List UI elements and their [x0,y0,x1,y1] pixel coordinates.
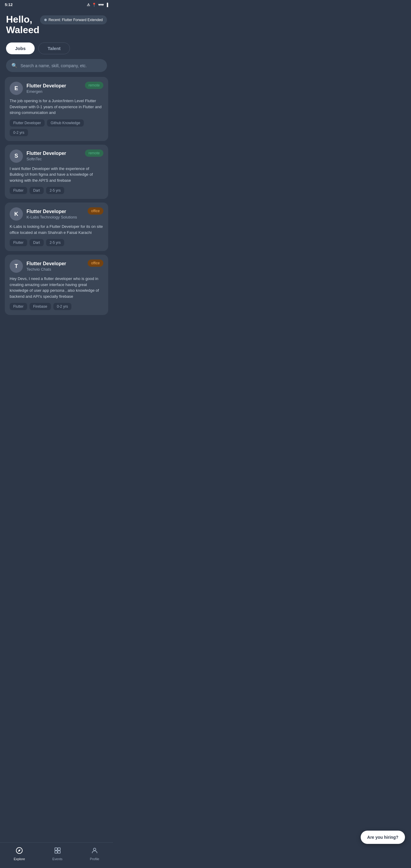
location-badge-3: office [88,207,103,215]
job-card-3-header: K Flutter Developer K-Labs Technology So… [10,207,103,221]
tag-4-0: Flutter [10,303,27,310]
job-list: E Flutter Developer Emergen remote The j… [0,77,113,349]
job-description-4: Hey Devs, I need a flutter developer who… [10,276,103,299]
recent-badge[interactable]: Recent: Flutter Forward Extended [40,16,107,24]
company-avatar-3: K [10,207,23,221]
tag-2-1: Dart [30,187,44,194]
job-card-2-header: S Flutter Developer SoftnTec remote [10,150,103,163]
tag-4-1: Firebase [30,303,51,310]
location-icon: 📍 [92,3,96,7]
status-icons: ⚠ 📍 ▾▾▾ ▐ [87,3,108,7]
company-name-4: Techvio Chats [27,267,66,272]
job-card-3[interactable]: K Flutter Developer K-Labs Technology So… [5,203,108,251]
tag-3-0: Flutter [10,239,27,246]
tag-3-1: Dart [30,239,44,246]
company-avatar-2: S [10,150,23,163]
job-card-4-header: T Flutter Developer Techvio Chats office [10,259,103,273]
job-title-3: Flutter Developer [27,209,77,214]
job-description-1: The job opening is for a Junior/Intern L… [10,98,103,116]
job-card-4[interactable]: T Flutter Developer Techvio Chats office… [5,255,108,315]
location-badge-4: office [88,259,103,267]
company-name-2: SoftnTec [27,157,66,161]
tab-talent[interactable]: Talent [38,42,70,54]
tags-row-4: Flutter Firebase 0-2 yrs [10,303,103,310]
tag-1-1: Github Knowledge [47,119,84,127]
status-time: 5:12 [5,2,13,7]
job-title-1: Flutter Developer [27,83,66,89]
tag-4-2: 0-2 yrs [53,303,72,310]
company-name-1: Emergen [27,89,66,94]
recent-badge-dot [44,19,47,21]
battery-icon: ▐ [105,3,108,7]
job-title-4: Flutter Developer [27,261,66,267]
tag-1-0: Flutter Developer [10,119,44,127]
tags-row-2: Flutter Dart 2-5 yrs [10,187,103,194]
job-card-1-header: E Flutter Developer Emergen remote [10,82,103,95]
job-title-2: Flutter Developer [27,151,66,156]
tab-jobs[interactable]: Jobs [6,42,35,54]
tabs-container: Jobs Talent [0,39,113,58]
search-input[interactable] [21,63,101,68]
wifi-icon: ▾▾▾ [98,3,104,7]
company-name-3: K-Labs Technology Solutions [27,215,77,219]
recent-badge-label: Recent: Flutter Forward Extended [49,18,103,22]
status-bar: 5:12 ⚠ 📍 ▾▾▾ ▐ [0,0,113,9]
location-badge-1: remote [85,82,103,89]
job-description-3: K-Labs is looking for a Flutter Develope… [10,224,103,236]
tag-1-2: 0-2 yrs [10,129,28,136]
greeting: Hello, Waleed [6,14,39,35]
search-icon: 🔍 [11,63,18,68]
company-avatar-1: E [10,82,23,95]
warning-icon: ⚠ [87,3,90,7]
job-card-2[interactable]: S Flutter Developer SoftnTec remote I wa… [5,145,108,199]
tags-row-3: Flutter Dart 2-5 yrs [10,239,103,246]
tag-3-2: 2-5 yrs [46,239,64,246]
location-badge-2: remote [85,150,103,157]
job-card-1[interactable]: E Flutter Developer Emergen remote The j… [5,77,108,141]
company-avatar-4: T [10,259,23,273]
tag-2-2: 2-5 yrs [46,187,64,194]
header: Hello, Waleed Recent: Flutter Forward Ex… [0,9,113,39]
job-description-2: I want flutter Developer with the experi… [10,166,103,184]
tags-row-1: Flutter Developer Github Knowledge 0-2 y… [10,119,103,136]
search-bar[interactable]: 🔍 [6,59,107,72]
tag-2-0: Flutter [10,187,27,194]
